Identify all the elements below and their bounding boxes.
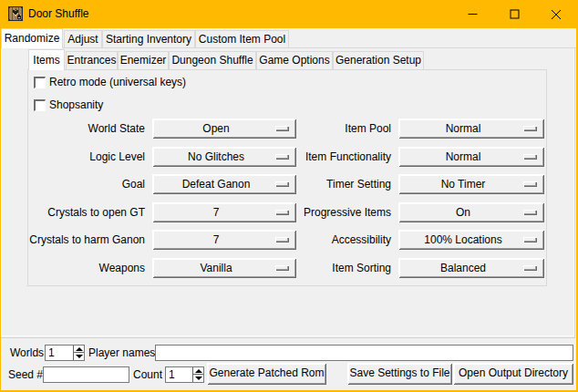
accessibility-dropdown-indicator-icon: [523, 237, 537, 242]
tab-label: Custom Item Pool: [196, 31, 288, 47]
crystals-open-gt-label: Crystals to open GT: [0, 202, 145, 222]
tab-randomize[interactable]: Randomize: [1, 28, 63, 48]
progressive-items-value: On: [398, 206, 544, 220]
outer-pane-bottom-highlight: [1, 335, 574, 336]
count-spin-buttons[interactable]: [192, 367, 203, 382]
tab-label: Generation Setup: [334, 52, 423, 69]
player-names-input[interactable]: [155, 345, 573, 361]
item-functionality-value: Normal: [398, 150, 544, 164]
timer-setting-value: No Timer: [398, 178, 544, 191]
worlds-spin-up-icon[interactable]: [76, 347, 83, 351]
item-functionality-dropdown-indicator-icon: [523, 154, 537, 160]
logic-level-label: Logic Level: [0, 147, 145, 167]
progressive-items-label: Progressive Items: [237, 202, 391, 222]
retro-mode-checkbox-row: Retro mode (universal keys): [34, 76, 186, 88]
worlds-label: Worlds: [10, 345, 44, 361]
maximize-icon: [510, 9, 520, 19]
tab-adjust[interactable]: Adjust: [64, 30, 102, 47]
item-sorting-dropdown-indicator-icon: [523, 265, 537, 271]
worlds-spinbox[interactable]: 1: [45, 345, 85, 361]
timer-setting-dropdown-indicator-icon: [523, 181, 537, 187]
shopsanity-checkbox[interactable]: [34, 99, 46, 111]
item-functionality-dropdown[interactable]: Normal: [398, 147, 544, 167]
item-pool-label: Item Pool: [237, 119, 391, 139]
accessibility-label: Accessibility: [237, 230, 391, 250]
tab-game-options[interactable]: Game Options: [256, 51, 333, 69]
door-icon: [8, 6, 23, 21]
tab-starting-inventory[interactable]: Starting Inventory: [102, 30, 195, 47]
worlds-spin-down-icon[interactable]: [76, 355, 83, 358]
tab-enemizer[interactable]: Enemizer: [118, 51, 169, 69]
close-icon: [551, 9, 562, 20]
tab-label: Starting Inventory: [103, 31, 194, 47]
tab-dungeon-shuffle[interactable]: Dungeon Shuffle: [169, 51, 256, 69]
item-pool-value: Normal: [398, 122, 544, 136]
item-sorting-dropdown[interactable]: Balanced: [398, 258, 544, 278]
item-pool-dropdown[interactable]: Normal: [398, 119, 544, 139]
minimize-icon: [468, 9, 478, 19]
open-output-directory-button[interactable]: Open Output Directory: [453, 363, 573, 385]
seed-label: Seed #: [8, 366, 43, 383]
generate-patched-rom-button[interactable]: Generate Patched Rom: [207, 363, 326, 385]
weapons-label: Weapons: [0, 258, 145, 278]
item-pool-dropdown-indicator-icon: [523, 126, 537, 131]
seed-input[interactable]: [43, 366, 129, 383]
count-value: 1: [169, 367, 175, 382]
outer-pane-bottom-border: [1, 337, 575, 338]
item-sorting-value: Balanced: [398, 262, 544, 275]
progressive-items-dropdown[interactable]: On: [398, 202, 544, 222]
save-settings-button[interactable]: Save Settings to File: [347, 363, 452, 385]
tab-label: Dungeon Shuffle: [170, 52, 255, 69]
timer-setting-dropdown[interactable]: No Timer: [398, 174, 544, 194]
titlebar[interactable]: Door Shuffle: [0, 0, 578, 28]
count-spin-up-icon[interactable]: [195, 369, 202, 373]
worlds-spin-buttons[interactable]: [73, 346, 84, 360]
tab-entrances[interactable]: Entrances: [66, 51, 118, 69]
tab-label: Randomize: [2, 29, 62, 48]
spin-divider: [74, 352, 84, 353]
item-sorting-label: Item Sorting: [237, 258, 391, 278]
window-title: Door Shuffle: [28, 0, 89, 28]
accessibility-dropdown[interactable]: 100% Locations: [398, 230, 544, 250]
worlds-value: 1: [48, 346, 55, 360]
outer-pane-right-border: [574, 48, 575, 337]
tab-items[interactable]: Items: [28, 49, 65, 70]
app-window: Door Shuffle Randomize Adjust Starting I…: [0, 0, 578, 392]
close-button[interactable]: [535, 0, 576, 28]
tab-generation-setup[interactable]: Generation Setup: [333, 51, 424, 69]
world-state-label: World State: [0, 119, 145, 139]
count-spin-down-icon[interactable]: [195, 377, 202, 380]
item-functionality-label: Item Functionality: [237, 147, 391, 167]
count-spinbox[interactable]: 1: [165, 366, 204, 383]
goal-label: Goal: [0, 174, 145, 194]
tab-label: Game Options: [257, 52, 332, 69]
tab-label: Adjust: [65, 31, 101, 47]
tab-label: Entrances: [67, 52, 117, 69]
outer-pane-top-border: [1, 47, 576, 48]
tab-custom-item-pool[interactable]: Custom Item Pool: [195, 30, 289, 47]
maximize-button[interactable]: [493, 0, 535, 28]
retro-mode-label: Retro mode (universal keys): [49, 76, 186, 88]
retro-mode-checkbox[interactable]: [34, 77, 46, 88]
spin-divider: [193, 374, 203, 375]
shopsanity-label: Shopsanity: [49, 98, 103, 111]
door-app-icon: [8, 6, 23, 21]
accessibility-value: 100% Locations: [398, 233, 544, 247]
tab-label: Items: [29, 50, 64, 70]
crystals-harm-ganon-label: Crystals to harm Ganon: [0, 230, 145, 250]
tab-label: Enemizer: [119, 52, 168, 69]
progressive-items-dropdown-indicator-icon: [523, 210, 537, 215]
minimize-button[interactable]: [451, 0, 493, 28]
timer-setting-label: Timer Setting: [237, 174, 391, 194]
player-names-label: Player names: [88, 345, 155, 361]
shopsanity-checkbox-row: Shopsanity: [34, 98, 103, 111]
count-label: Count: [133, 366, 162, 383]
